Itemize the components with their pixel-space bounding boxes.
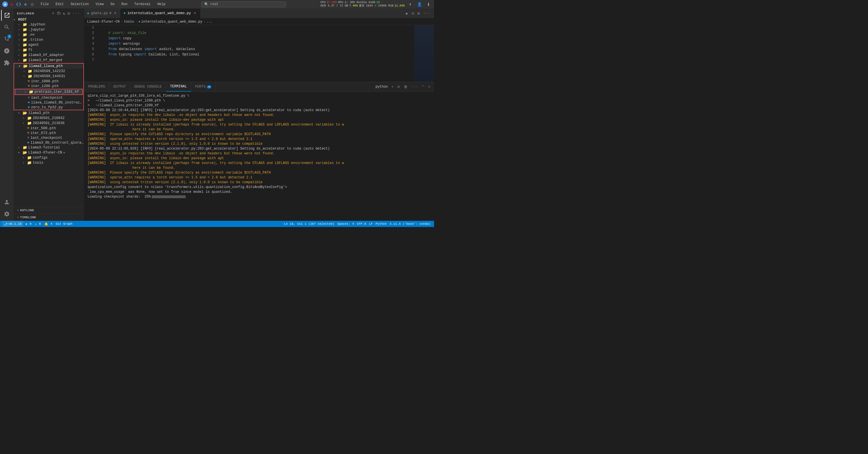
term-warning: [WARNING] Please specify the CUTLASS rep…	[88, 132, 431, 137]
extensions-icon[interactable]	[1, 57, 12, 68]
tab-gdata[interactable]: ● gdata.py M ×	[84, 8, 121, 18]
gpu-value: 1%	[376, 1, 380, 4]
tree-item-iter-1200[interactable]: › ≡ iter_1200.pth	[14, 84, 83, 89]
tab-debug-console[interactable]: DEBUG CONSOLE	[130, 82, 166, 92]
tree-item-20240501-213636[interactable]: › 📁 20240501_213636	[13, 121, 84, 126]
more-tabs-icon[interactable]: ···	[422, 10, 432, 17]
tab-output[interactable]: OUTPUT	[110, 82, 130, 92]
tree-item-iter-672[interactable]: › ≡ iter_672.pth	[13, 130, 84, 135]
sync-icon[interactable]: ↻	[9, 1, 15, 7]
tab-problems[interactable]: PROBLEMS	[84, 82, 110, 92]
sidebar-header: EXPLORER + 🗀 ↻ ⊟ ···	[13, 8, 84, 18]
kill-terminal-icon[interactable]: 🗑	[402, 84, 409, 90]
account-icon[interactable]	[1, 196, 12, 208]
add-terminal-icon[interactable]: +	[390, 84, 395, 90]
folder-icon: 📁	[23, 145, 27, 150]
vscode-icon[interactable]: ◈	[23, 1, 28, 7]
tree-item-last-checkpoint2[interactable]: › ≡ last_checkpoint	[13, 135, 84, 140]
tree-item-llama3-hf-merged[interactable]: › 📁 llama3_hf_merged	[13, 58, 84, 63]
tree-item-jupyter[interactable]: › 📁 .jupyter	[13, 27, 84, 32]
tree-item-llama3-pth[interactable]: ▾ 📂 llama3_pth	[13, 111, 84, 116]
menu-selection[interactable]: Selection	[69, 2, 90, 7]
eol-info[interactable]: LF	[368, 222, 374, 225]
editor-layout-icon[interactable]: ⊞	[416, 10, 421, 17]
upload-icon[interactable]: ⬆	[407, 1, 414, 8]
tree-item-20240501-210942[interactable]: › 📁 20240501_210942	[13, 116, 84, 121]
tree-item-iter-1000[interactable]: › ≡ iter_1000.pth	[14, 79, 83, 84]
tree-item-tools[interactable]: › 📁 tools	[13, 160, 84, 165]
git-branch[interactable]: ⎇ v0.1.18	[2, 221, 23, 227]
user-icon[interactable]: 👤	[416, 1, 423, 8]
outline-header[interactable]: › OUTLINE	[13, 208, 84, 213]
tree-item-last-checkpoint[interactable]: › ≡ last_checkpoint	[14, 95, 83, 100]
breadcrumb-tools[interactable]: tools	[124, 20, 134, 24]
menu-run[interactable]: Run	[120, 2, 129, 7]
tree-item-20240509-142232[interactable]: › 📁 20240509_142232	[14, 69, 83, 74]
tree-item-llava-llama3[interactable]: › ● llava_llama3_8b_instruct_qlora_clip_…	[14, 100, 83, 105]
tab-close-button[interactable]: ×	[193, 11, 197, 16]
more-terminal-icon[interactable]: ···	[410, 84, 419, 90]
code-content[interactable]: # isort: skip_file import copy import wa…	[97, 25, 434, 63]
tree-item-llama3-assistant[interactable]: › ● llama3_8b_instruct_qlora_assistant.p…	[13, 140, 84, 145]
tree-item-llama3-llava-pth[interactable]: ▾ 📂 llama3_llava_pth	[14, 64, 83, 69]
tab-close-button[interactable]: ×	[113, 11, 118, 16]
search-icon[interactable]	[1, 22, 12, 33]
errors-warnings[interactable]: ⊗ 0 ⚠ 0 🔔 4 Git Graph	[24, 221, 74, 227]
tree-item-agent[interactable]: › 📁 agent	[13, 42, 84, 48]
version-info[interactable]: 3.11.5 ('base': conda)	[389, 222, 432, 225]
more-actions-icon[interactable]: ···	[72, 11, 81, 17]
maximize-terminal-icon[interactable]: ⌃	[421, 84, 426, 90]
tree-item-llama3-tutorial[interactable]: › 📁 Llama3-Tutorial	[13, 145, 84, 150]
tab-ports[interactable]: PORTS 4	[191, 82, 216, 92]
breadcrumb: Llama3-XTuner-CN › tools › ●internstudio…	[84, 19, 434, 25]
info-icon[interactable]: ℹ	[425, 1, 432, 8]
language-info[interactable]: Python	[374, 222, 388, 225]
run-debug-icon[interactable]	[1, 45, 12, 57]
tree-root[interactable]: ▾ ROOT	[13, 18, 84, 22]
menu-file[interactable]: File	[39, 2, 50, 7]
tree-item-llama3-xtuner-cn[interactable]: ▾ 📂 Llama3-XTuner-CN ●	[13, 150, 84, 155]
split-terminal-icon[interactable]: ⊟	[396, 84, 401, 90]
explorer-icon[interactable]	[1, 10, 12, 21]
tree-item-20240509-144531[interactable]: › 📁 20240509_144531	[14, 74, 83, 79]
tree-item-ft[interactable]: › 📁 ft	[13, 48, 84, 53]
circle-icon[interactable]: ◎	[29, 1, 35, 7]
refresh-icon[interactable]: ↻	[62, 11, 66, 17]
term-line: qlora_clip_vit_large_p14_336_lora_e1_fin…	[88, 94, 431, 98]
new-folder-icon[interactable]: 🗀	[56, 11, 61, 17]
source-control-icon[interactable]: 3	[1, 33, 12, 45]
tree-item-configs[interactable]: › 📁 configs	[13, 155, 84, 160]
collapse-icon[interactable]: ⊟	[67, 11, 71, 17]
tree-item-triton[interactable]: › 📁 .triton	[13, 37, 84, 42]
tree-item-ipython[interactable]: › 📁 .ipython	[13, 22, 84, 27]
breadcrumb-file[interactable]: ●internstudio_quant_web_demo.py	[138, 20, 202, 24]
tree-item-llama3-hf-adapter[interactable]: › 📁 llama3_hf_adapter	[13, 53, 84, 58]
main-layout: 3 EXPLORER + 🗀 ↻ ⊟ ···	[0, 8, 434, 221]
menu-edit[interactable]: Edit	[55, 2, 65, 7]
extension-icon[interactable]: ❮❯	[16, 1, 22, 7]
menu-help[interactable]: Help	[156, 2, 167, 7]
menu-view[interactable]: View	[94, 2, 105, 7]
settings-icon[interactable]	[1, 208, 12, 220]
git-graph-label[interactable]: Git Graph	[56, 222, 72, 225]
search-box[interactable]: 🔍 root	[201, 1, 286, 7]
breadcrumb-xtuner[interactable]: Llama3-XTuner-CN	[87, 20, 120, 24]
spaces-info[interactable]: Spaces: 4	[336, 222, 355, 225]
position-info[interactable]: Ln 18, Col 1 (287 selected)	[283, 222, 335, 225]
tab-terminal[interactable]: TERMINAL	[166, 82, 191, 92]
close-terminal-icon[interactable]: ×	[427, 84, 432, 90]
run-button[interactable]: ▶	[404, 10, 409, 17]
timeline-header[interactable]: › TIMELINE	[13, 215, 84, 220]
split-editor-icon[interactable]: ⊡	[410, 10, 415, 17]
tree-item-pretrain-iter-2181[interactable]: › 📁 pretrain_iter_2181_hf	[15, 89, 82, 94]
encoding-info[interactable]: UTF-8	[356, 222, 367, 225]
tree-item-iter-500[interactable]: › ≡ iter_500.pth	[13, 126, 84, 130]
menu-go[interactable]: Go	[110, 2, 116, 7]
breadcrumb-more[interactable]: ...	[207, 20, 213, 24]
new-file-icon[interactable]: +	[52, 11, 55, 17]
menu-terminal[interactable]: Terminal	[133, 2, 152, 7]
tree-item-nv[interactable]: › 📁 .nv	[13, 32, 84, 37]
tab-internstudio[interactable]: ● internstudio_quant_web_demo.py ×	[121, 8, 200, 18]
tree-item-zero-to-fp32[interactable]: › ● zero_to_fp32.py	[14, 105, 83, 110]
terminal-content[interactable]: qlora_clip_vit_large_p14_336_lora_e1_fin…	[84, 92, 434, 221]
